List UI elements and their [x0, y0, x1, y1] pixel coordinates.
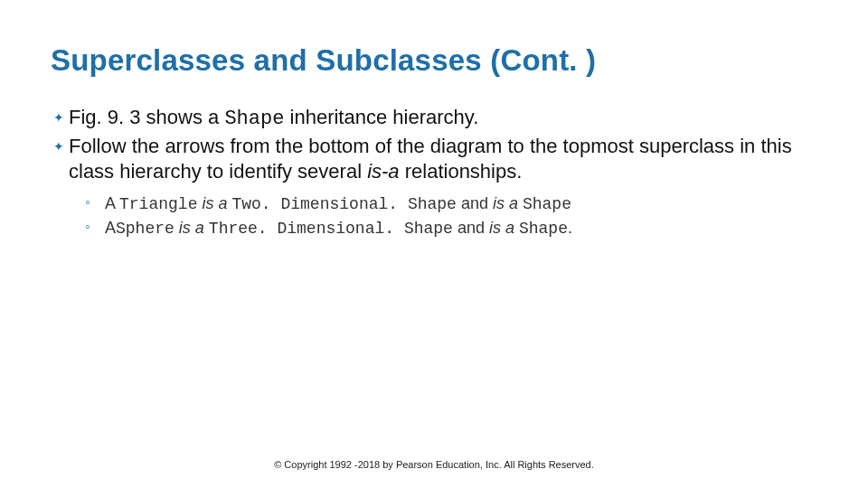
bullet-text: Fig. 9. 3 shows a Shape inheritance hier…	[69, 105, 817, 132]
text-seg: inheritance hierarchy.	[284, 106, 478, 128]
bullet-icon: ✦	[51, 134, 67, 155]
sub-bullet-icon: ◦	[85, 193, 99, 211]
bullet-icon: ✦	[51, 105, 67, 127]
ital-seg: is a	[175, 219, 209, 237]
code-seg: Shape	[523, 195, 571, 213]
sub-bullet-text: ASphere is a Three. Dimensional. Shape a…	[105, 218, 817, 239]
slide: Superclasses and Subclasses (Cont. ) ✦ F…	[0, 0, 868, 488]
code-seg: Triangle	[119, 195, 197, 213]
text-seg: relationships.	[400, 160, 523, 183]
body-content: ✦ Fig. 9. 3 shows a Shape inheritance hi…	[51, 105, 817, 239]
sub-bullet-text: A Triangle is a Two. Dimensional. Shape …	[105, 193, 817, 215]
sub-bullet-list: ◦ A Triangle is a Two. Dimensional. Shap…	[85, 193, 817, 239]
ital-seg: is-a	[367, 160, 399, 183]
sub-bullet-item: ◦ ASphere is a Three. Dimensional. Shape…	[85, 218, 817, 239]
code-seg: Two. Dimensional. Shape	[231, 195, 456, 213]
code-seg: Shape	[224, 108, 284, 130]
text-seg: .	[568, 219, 572, 237]
sub-bullet-icon: ◦	[85, 218, 99, 236]
code-seg: Three. Dimensional. Shape	[209, 220, 453, 238]
ital-seg: is a	[197, 194, 231, 212]
text-seg: A	[105, 194, 119, 212]
code-seg: Sphere	[116, 220, 175, 238]
bullet-text: Follow the arrows from the bottom of the…	[69, 134, 817, 184]
text-seg: Fig. 9. 3 shows a	[69, 106, 224, 128]
code-seg: Shape	[519, 220, 568, 238]
ital-seg: is a	[493, 194, 523, 212]
ital-seg: is a	[489, 219, 519, 237]
text-seg: and	[457, 194, 493, 212]
bullet-item: ✦ Fig. 9. 3 shows a Shape inheritance hi…	[51, 105, 817, 132]
text-seg: and	[453, 219, 489, 237]
sub-bullet-item: ◦ A Triangle is a Two. Dimensional. Shap…	[85, 193, 817, 215]
text-seg: A	[105, 219, 116, 237]
slide-title: Superclasses and Subclasses (Cont. )	[51, 43, 817, 78]
copyright-footer: © Copyright 1992 -2018 by Pearson Educat…	[0, 459, 868, 470]
bullet-item: ✦ Follow the arrows from the bottom of t…	[51, 134, 817, 184]
